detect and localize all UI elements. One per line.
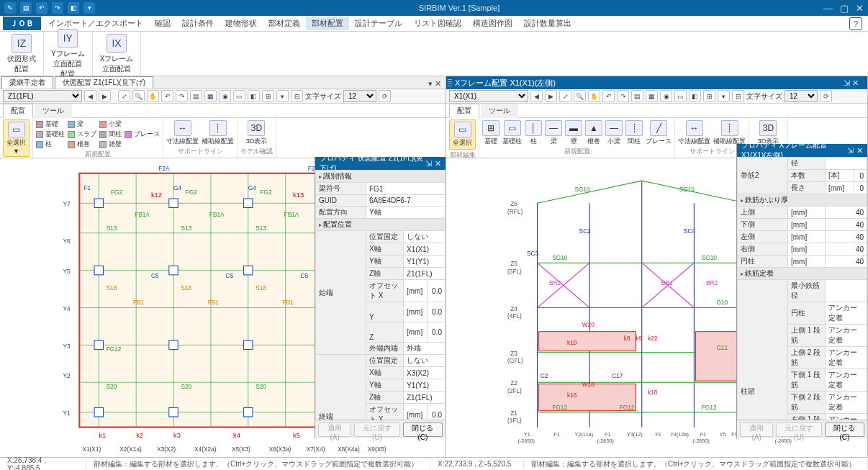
menu-confirm[interactable]: 確認	[149, 17, 176, 30]
left-undo-button[interactable]: 元に戻す(U)	[354, 422, 400, 437]
left-tb-grid2-icon[interactable]: ⊟	[291, 90, 303, 102]
minimize-button[interactable]: —	[823, 3, 833, 14]
menu-design-cond[interactable]: 設計条件	[176, 17, 220, 30]
menu-struct-drawing[interactable]: 構造図作図	[467, 17, 518, 30]
xframe-layout-button[interactable]: IXXフレーム 立面配置	[97, 32, 137, 76]
left-aux-button[interactable]: ┊補助線配置	[202, 120, 234, 146]
menu-member-def[interactable]: 部材定義	[263, 17, 306, 30]
prop-value[interactable]: X3(X2)	[404, 367, 446, 379]
prop-value[interactable]: しない	[404, 231, 446, 243]
prop-value[interactable]: アンカー定着	[826, 414, 867, 420]
left-new-beam[interactable]: 梁	[68, 119, 96, 129]
prop-value[interactable]: アンカー定着	[826, 302, 867, 325]
menu-job[interactable]: ＪＯＢ	[3, 17, 41, 30]
right-tb-next-icon[interactable]: ▶	[545, 90, 557, 102]
right-new-btn-5[interactable]: ▲根巻	[585, 120, 602, 146]
right-tb-snap-icon[interactable]: ◉	[660, 90, 672, 102]
right-textsize-select[interactable]: 12	[785, 90, 818, 102]
left-props-close-icon[interactable]: ✕	[435, 159, 441, 168]
right-selectall-button[interactable]: ▭全選択	[449, 119, 476, 150]
right-tb-grid-icon[interactable]: ▭	[674, 90, 687, 102]
prop-value[interactable]: アンカー定着	[826, 347, 867, 369]
left-tb-pan-icon[interactable]: ✋	[147, 90, 159, 102]
left-selectall-button[interactable]: ▭全選択 ▼	[3, 119, 30, 157]
right-new-btn-4[interactable]: ▬壁	[565, 120, 582, 146]
left-props-pin-icon[interactable]: ⇲	[425, 159, 432, 168]
left-tb-layer2-icon[interactable]: ▦	[204, 90, 217, 102]
prop-value[interactable]: 0	[854, 182, 867, 194]
prop-value[interactable]: Z1(1FL)	[404, 392, 446, 404]
right-tb-zoom-icon[interactable]: 🔍	[574, 90, 586, 102]
right-apply-button[interactable]: 適用(A)	[740, 422, 773, 437]
prop-value[interactable]: 40	[826, 219, 867, 231]
prop-value[interactable]: 0.0	[428, 322, 446, 343]
prop-value[interactable]: Z1(1FL)	[404, 268, 446, 280]
right-new-btn-3[interactable]: —梁	[545, 120, 562, 146]
right-pane-close-icon[interactable]: ✕	[852, 78, 859, 88]
left-tb-dot-icon[interactable]: ▾	[276, 90, 289, 102]
left-captab-plan[interactable]: 伏図配置 Z1(1FL)(見下げ)	[55, 76, 153, 89]
left-apply-button[interactable]: 適用(A)	[318, 422, 351, 437]
prop-value[interactable]: 0.0	[428, 302, 446, 322]
prop-value[interactable]: X1(X1)	[404, 243, 446, 256]
right-new-btn-0[interactable]: ⊞基礎	[482, 120, 499, 146]
left-tb-dim-icon[interactable]: ⊞	[262, 90, 274, 102]
prop-value[interactable]: 40	[826, 256, 867, 268]
left-tb-snap-icon[interactable]: ◉	[219, 90, 231, 102]
left-new-foundation[interactable]: 基礎	[36, 119, 65, 129]
right-new-btn-6[interactable]: —小梁	[605, 120, 623, 146]
plan-layout-button[interactable]: IZ伏図形式 配置	[4, 32, 39, 76]
right-props-close-icon[interactable]: ✕	[856, 146, 863, 155]
left-props-body[interactable]: 識別情報梁符号FG1GUID6A8E4DF6-7配置方向Y軸配置位置始端位置固定…	[315, 170, 446, 420]
right-tb-redo-icon[interactable]: ↷	[617, 90, 629, 102]
right-tb-color-icon[interactable]: ◧	[689, 90, 701, 102]
right-tb-layer2-icon[interactable]: ▦	[646, 90, 658, 102]
help-button[interactable]: ?	[849, 17, 862, 30]
right-new-btn-8[interactable]: ╱ブレース	[646, 120, 672, 146]
right-undo-button[interactable]: 元に戻す(U)	[776, 422, 822, 437]
left-tb-zoom-icon[interactable]: 🔍	[132, 90, 145, 102]
left-tab-tool[interactable]: ツール	[35, 104, 72, 118]
left-textsize-select[interactable]: 12	[343, 90, 376, 102]
prop-value[interactable]: 6A8E4DF6-7	[366, 195, 446, 207]
left-tb-zoomfit-icon[interactable]: ⤢	[118, 90, 130, 102]
left-floor-select[interactable]: Z1(1FL)	[3, 90, 82, 102]
left-tb-undo-icon[interactable]: ↶	[161, 90, 173, 102]
right-tb-grid2-icon[interactable]: ⊟	[732, 90, 744, 102]
qat-redo-icon[interactable]: ↷	[52, 2, 63, 14]
prop-value[interactable]	[826, 158, 867, 170]
prop-value[interactable]: 40	[826, 243, 867, 256]
right-tab-tool[interactable]: ツール	[481, 104, 518, 118]
left-new-stud[interactable]: 間柱	[99, 130, 122, 139]
right-dim-button[interactable]: ↔寸法線配置	[678, 120, 710, 146]
close-button[interactable]: ✕	[856, 3, 864, 14]
right-tb-dim-icon[interactable]: ⊞	[703, 90, 715, 102]
prop-value[interactable]	[826, 280, 867, 302]
left-tb-refresh-icon[interactable]: ⟳	[379, 90, 391, 102]
right-tab-layout[interactable]: 配置	[449, 104, 479, 118]
left-tb-redo-icon[interactable]: ↷	[176, 90, 188, 102]
prop-value[interactable]: 0	[854, 170, 867, 182]
right-new-btn-2[interactable]: │柱	[525, 120, 542, 146]
left-close-button[interactable]: 閉じる(C)	[403, 422, 443, 437]
left-tab-layout[interactable]: 配置	[3, 104, 33, 118]
menu-list-drawing[interactable]: リスト図確認	[408, 17, 467, 30]
right-pane-pin-icon[interactable]: ⇲	[844, 78, 850, 88]
right-new-btn-1[interactable]: ▭基礎柱	[502, 120, 522, 146]
right-tb-pan-icon[interactable]: ✋	[588, 90, 600, 102]
left-tb-color-icon[interactable]: ◧	[248, 90, 260, 102]
prop-value[interactable]: しない	[404, 355, 446, 367]
qat-undo-icon[interactable]: ↶	[36, 2, 48, 14]
prop-value[interactable]: Y1(Y1)	[404, 256, 446, 268]
left-captab-joint[interactable]: 梁継手定着	[1, 76, 53, 89]
left-tb-prev-icon[interactable]: ◀	[84, 90, 96, 102]
right-props-pin-icon[interactable]: ⇲	[847, 146, 854, 155]
qat-more-icon[interactable]: ▾	[83, 2, 95, 14]
prop-value[interactable]: 0.0	[428, 404, 446, 420]
right-axis-select[interactable]: X1(X1)	[449, 90, 528, 102]
left-new-foundcol[interactable]: 基礎柱	[36, 130, 65, 139]
prop-value[interactable]: アンカー定着	[826, 369, 867, 392]
prop-value[interactable]: 40	[826, 231, 867, 243]
left-3d-button[interactable]: 3D3D表示	[246, 120, 268, 146]
prop-value[interactable]: Y1(Y1)	[404, 379, 446, 392]
